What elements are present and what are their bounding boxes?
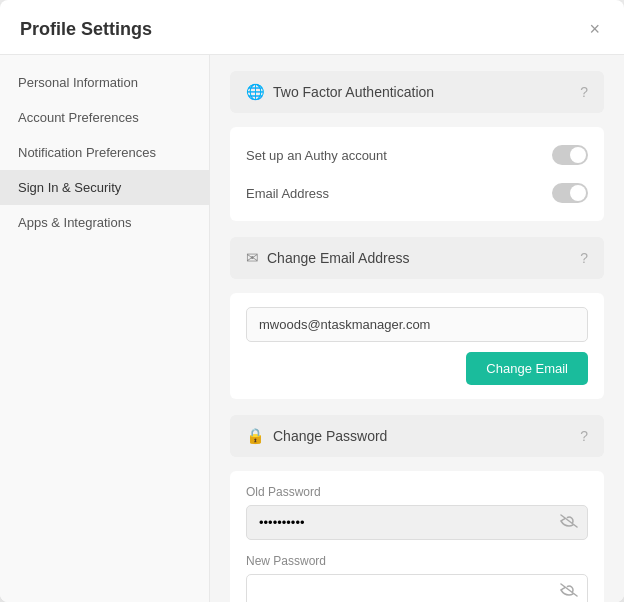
change-email-section-body: Change Email	[230, 293, 604, 399]
old-password-label: Old Password	[246, 485, 588, 499]
close-button[interactable]: ×	[585, 18, 604, 40]
sidebar-item-account-preferences[interactable]: Account Preferences	[0, 100, 209, 135]
old-password-eye-icon[interactable]	[560, 514, 578, 532]
profile-settings-modal: Profile Settings × Personal Information …	[0, 0, 624, 602]
change-email-title: Change Email Address	[267, 250, 409, 266]
change-email-section-header: ✉ Change Email Address ?	[230, 237, 604, 279]
modal-body: Personal Information Account Preferences…	[0, 55, 624, 602]
change-password-title: Change Password	[273, 428, 387, 444]
change-email-button[interactable]: Change Email	[466, 352, 588, 385]
lock-icon: 🔒	[246, 427, 265, 445]
sidebar-item-notification-preferences[interactable]: Notification Preferences	[0, 135, 209, 170]
email-address-label: Email Address	[246, 186, 329, 201]
old-password-input[interactable]	[246, 505, 588, 540]
new-password-wrapper	[246, 574, 588, 602]
sidebar-item-personal-information[interactable]: Personal Information	[0, 65, 209, 100]
two-factor-help-icon[interactable]: ?	[580, 84, 588, 100]
modal-title: Profile Settings	[20, 19, 152, 40]
email-input-row	[246, 307, 588, 342]
change-password-section-header: 🔒 Change Password ?	[230, 415, 604, 457]
authy-toggle-row: Set up an Authy account	[246, 141, 588, 169]
authy-toggle[interactable]	[552, 145, 588, 165]
email-toggle-row: Email Address	[246, 179, 588, 207]
sidebar-item-sign-in-security[interactable]: Sign In & Security	[0, 170, 209, 205]
new-password-eye-icon[interactable]	[560, 583, 578, 601]
two-factor-section-header: 🌐 Two Factor Authentication ?	[230, 71, 604, 113]
email-input[interactable]	[246, 307, 588, 342]
sidebar-item-apps-integrations[interactable]: Apps & Integrations	[0, 205, 209, 240]
new-password-input[interactable]	[246, 574, 588, 602]
authy-label: Set up an Authy account	[246, 148, 387, 163]
two-factor-title: Two Factor Authentication	[273, 84, 434, 100]
globe-icon: 🌐	[246, 83, 265, 101]
envelope-icon: ✉	[246, 249, 259, 267]
email-toggle[interactable]	[552, 183, 588, 203]
main-content: 🌐 Two Factor Authentication ? Set up an …	[210, 55, 624, 602]
modal-header: Profile Settings ×	[0, 0, 624, 55]
change-email-help-icon[interactable]: ?	[580, 250, 588, 266]
old-password-wrapper	[246, 505, 588, 540]
change-password-section-body: Old Password New Password	[230, 471, 604, 602]
two-factor-section-body: Set up an Authy account Email Address	[230, 127, 604, 221]
new-password-label: New Password	[246, 554, 588, 568]
change-password-help-icon[interactable]: ?	[580, 428, 588, 444]
sidebar: Personal Information Account Preferences…	[0, 55, 210, 602]
